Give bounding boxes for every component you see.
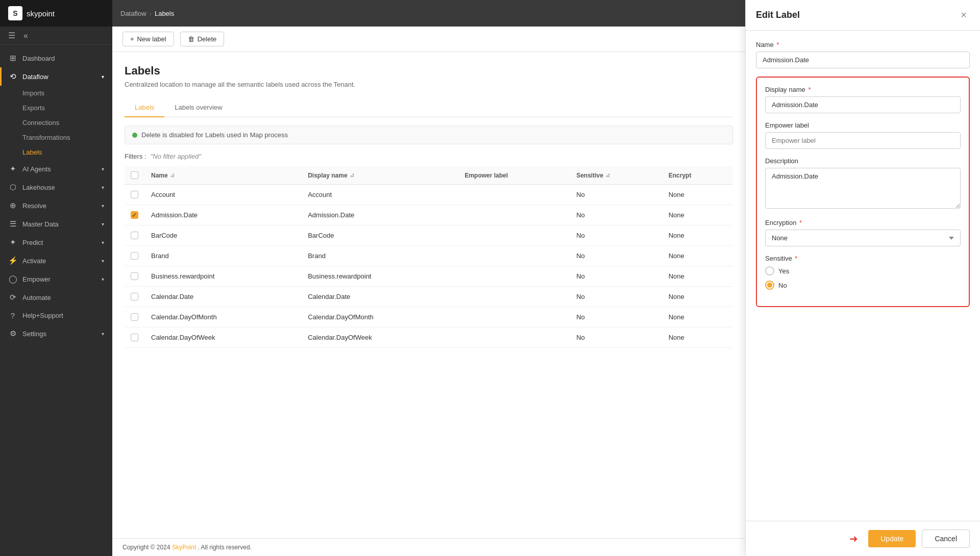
content-area: + New label 🗑 Delete Labels Centralized … xyxy=(112,27,745,556)
row-checkbox[interactable] xyxy=(131,272,138,280)
row-sensitive: No xyxy=(570,205,663,225)
sidebar-item-activate[interactable]: ⚡ Activate ▾ xyxy=(0,251,112,270)
sidebar-item-connections[interactable]: Connections xyxy=(0,115,112,130)
menu-icon[interactable]: ☰ xyxy=(8,31,15,40)
info-banner: Delete is disabled for Labels used in Ma… xyxy=(125,125,733,144)
edit-panel-body: Name * Display name * Empower label Desc… xyxy=(746,31,980,521)
row-checkbox[interactable] xyxy=(131,334,138,341)
delete-button-text: Delete xyxy=(198,35,217,43)
sensitive-no-radio[interactable] xyxy=(765,281,774,290)
sensitive-no-label: No xyxy=(778,282,787,289)
table-row: Brand Brand No None xyxy=(125,246,733,266)
empower-label-label: Empower label xyxy=(765,121,961,129)
sidebar-item-automate[interactable]: ⟳ Automate xyxy=(0,288,112,307)
sensitive-no-option[interactable]: No xyxy=(765,281,961,290)
row-empower-label xyxy=(458,225,570,246)
automate-icon: ⟳ xyxy=(8,293,17,302)
row-checkbox-cell xyxy=(125,185,145,205)
sidebar-item-label: Predict xyxy=(22,239,43,246)
row-checkbox[interactable] xyxy=(131,313,138,321)
row-checkbox[interactable] xyxy=(131,252,138,260)
page-title: Labels xyxy=(125,64,733,78)
row-display-name: Business.rewardpoint xyxy=(302,266,458,287)
sidebar-item-lakehouse[interactable]: ⬡ Lakehouse ▾ xyxy=(0,178,112,196)
sidebar-item-exports[interactable]: Exports xyxy=(0,100,112,115)
sidebar-item-empower[interactable]: ◯ Empower ▾ xyxy=(0,270,112,288)
ai-agents-icon: ✦ xyxy=(8,164,17,173)
sidebar-item-label: Resolve xyxy=(22,202,46,210)
cancel-button[interactable]: Cancel xyxy=(922,529,970,548)
table-header-empower-label: Empower label xyxy=(458,166,570,185)
row-sensitive: No xyxy=(570,287,663,307)
row-checkbox[interactable] xyxy=(131,232,138,239)
breadcrumb-dataflow[interactable]: Dataflow xyxy=(120,10,146,17)
description-textarea[interactable]: Admission.Date xyxy=(765,168,961,209)
row-checkbox[interactable]: ✓ xyxy=(131,211,138,219)
top-bar: Dataflow › Labels xyxy=(112,0,745,27)
chevron-down-icon: ▾ xyxy=(102,203,104,209)
new-label-button[interactable]: + New label xyxy=(122,32,174,46)
row-name: Admission.Date xyxy=(145,205,302,225)
display-name-filter-icon[interactable]: ⊿ xyxy=(350,172,354,179)
tab-labels-overview[interactable]: Labels overview xyxy=(164,98,232,117)
encryption-required-marker: * xyxy=(797,219,802,226)
edit-label-panel: Edit Label × Name * Display name * Empow… xyxy=(745,0,980,556)
row-name: Calendar.DayOfMonth xyxy=(145,307,302,327)
row-empower-label xyxy=(458,205,570,225)
row-checkbox-cell xyxy=(125,225,145,246)
footer-copyright: Copyright © 2024 xyxy=(122,544,170,551)
select-all-checkbox[interactable] xyxy=(131,171,138,179)
chevron-down-icon: ▾ xyxy=(102,221,104,227)
row-name: BarCode xyxy=(145,225,302,246)
arrow-indicator-icon: ➜ xyxy=(849,533,858,545)
labels-table: Name ⊿ Display name ⊿ Em xyxy=(125,166,733,348)
row-name: Calendar.DayOfWeek xyxy=(145,327,302,348)
close-edit-panel-button[interactable]: × xyxy=(958,8,970,22)
plus-icon: + xyxy=(130,35,134,43)
row-checkbox-cell: ✓ xyxy=(125,205,145,225)
sidebar-item-help-support[interactable]: ? Help+Support xyxy=(0,307,112,324)
sidebar-item-labels[interactable]: Labels xyxy=(0,145,112,160)
chevron-down-icon: ▾ xyxy=(102,331,104,337)
sensitive-yes-radio[interactable] xyxy=(765,266,774,275)
row-empower-label xyxy=(458,307,570,327)
name-input[interactable] xyxy=(756,52,970,68)
sensitive-yes-option[interactable]: Yes xyxy=(765,266,961,275)
sidebar: S skypoint ☰ « ⊞ Dashboard ⟲ Dataflow ▾ … xyxy=(0,0,112,556)
footer-link[interactable]: SkyPoint xyxy=(172,544,196,551)
sidebar-item-transformations[interactable]: Transformations xyxy=(0,130,112,145)
chevron-down-icon: ▾ xyxy=(102,185,104,190)
encryption-select[interactable]: None AES-256 RSA xyxy=(765,230,961,246)
new-label-button-text: New label xyxy=(137,35,166,43)
help-icon: ? xyxy=(8,311,17,320)
sidebar-item-settings[interactable]: ⚙ Settings ▾ xyxy=(0,324,112,343)
row-checkbox[interactable] xyxy=(131,191,138,198)
update-button[interactable]: Update xyxy=(868,530,916,547)
display-name-input[interactable] xyxy=(765,96,961,113)
collapse-sidebar-icon[interactable]: « xyxy=(23,31,28,40)
table-row: Calendar.Date Calendar.Date No None xyxy=(125,287,733,307)
sensitive-filter-icon[interactable]: ⊿ xyxy=(605,172,610,179)
sidebar-item-master-data[interactable]: ☰ Master Data ▾ xyxy=(0,215,112,233)
encryption-label: Encryption * xyxy=(765,219,961,226)
sensitive-required-marker: * xyxy=(793,255,798,262)
sidebar-item-dashboard[interactable]: ⊞ Dashboard xyxy=(0,49,112,67)
sidebar-item-predict[interactable]: ✦ Predict ▾ xyxy=(0,233,112,251)
sidebar-item-imports[interactable]: Imports xyxy=(0,86,112,100)
row-checkbox-cell xyxy=(125,246,145,266)
sidebar-item-label: Help+Support xyxy=(22,312,63,319)
sidebar-item-label: Dataflow xyxy=(22,73,48,81)
name-filter-icon[interactable]: ⊿ xyxy=(170,172,175,179)
sensitive-radio-group: Yes No xyxy=(765,266,961,290)
sidebar-item-dataflow[interactable]: ⟲ Dataflow ▾ xyxy=(0,67,112,86)
filter-value: "No filter applied" xyxy=(151,153,202,160)
sidebar-item-resolve[interactable]: ⊕ Resolve ▾ xyxy=(0,196,112,215)
lakehouse-icon: ⬡ xyxy=(8,183,17,192)
delete-button[interactable]: 🗑 Delete xyxy=(180,32,225,46)
tab-labels[interactable]: Labels xyxy=(125,98,164,117)
description-label: Description xyxy=(765,157,961,165)
row-checkbox-cell xyxy=(125,307,145,327)
sidebar-item-ai-agents[interactable]: ✦ AI Agents ▾ xyxy=(0,160,112,178)
row-checkbox[interactable] xyxy=(131,293,138,300)
empower-label-input[interactable] xyxy=(765,132,961,149)
